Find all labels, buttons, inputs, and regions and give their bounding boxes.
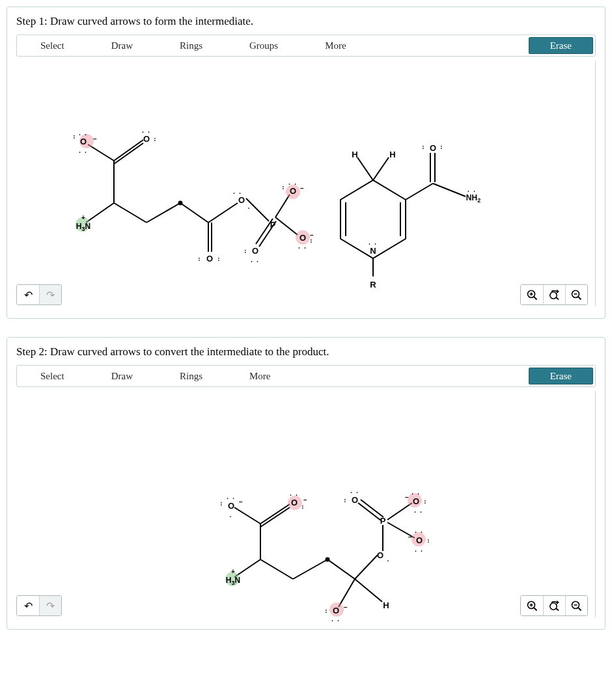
- atom-h3n-charge: +: [81, 214, 85, 221]
- atom-o5-charge: −: [408, 533, 412, 541]
- redo-icon: ↷: [46, 600, 55, 612]
- molecule-drawing-2: [16, 387, 602, 621]
- atom-o2: O: [143, 134, 150, 144]
- svg-line-2: [114, 143, 143, 164]
- step1-toolbar: Select Draw Rings Groups More Erase: [16, 34, 596, 57]
- tab-select[interactable]: Select: [17, 366, 88, 386]
- svg-line-24: [433, 183, 466, 196]
- atom-p: P: [270, 220, 276, 230]
- atom-o7-charge: −: [344, 604, 348, 611]
- atom-o6: O: [252, 246, 258, 256]
- atom-o3: O: [206, 254, 213, 263]
- history-controls: ↶ ↷: [16, 284, 62, 305]
- svg-line-58: [556, 608, 559, 611]
- atom-nh2: NH2: [466, 193, 480, 204]
- atom-o4-charge: −: [405, 494, 409, 501]
- svg-line-15: [275, 195, 290, 217]
- atom-o1: O: [80, 137, 87, 146]
- zoom-in-button[interactable]: [521, 596, 543, 615]
- atom-h3n-charge: +: [231, 568, 235, 575]
- atom-h1: H: [352, 150, 357, 159]
- undo-button[interactable]: ↶: [17, 596, 39, 615]
- atom-o3: O: [352, 495, 358, 505]
- atom-o1-charge: −: [93, 135, 97, 142]
- step2-toolbar: Select Draw Rings More Erase: [16, 365, 596, 387]
- history-controls-2: ↶ ↷: [16, 595, 62, 616]
- tab-more[interactable]: More: [301, 35, 370, 56]
- atom-h: H: [383, 600, 389, 610]
- svg-line-49: [361, 500, 383, 517]
- svg-point-25: [178, 201, 183, 206]
- zoom-in-button[interactable]: [521, 285, 543, 304]
- zoom-reset-button[interactable]: [543, 285, 565, 304]
- step1-panel: Step 1: Draw curved arrows to form the i…: [7, 7, 605, 319]
- tab-select[interactable]: Select: [17, 35, 88, 56]
- zoom-controls-2: [520, 595, 588, 616]
- svg-marker-32: [557, 289, 559, 293]
- zoom-out-button[interactable]: [565, 596, 587, 615]
- atom-o5-charge: −: [300, 185, 304, 192]
- zoom-in-icon: [527, 289, 538, 301]
- redo-button: ↷: [39, 596, 61, 615]
- erase-button[interactable]: Erase: [529, 37, 593, 54]
- svg-line-4: [86, 203, 114, 222]
- svg-line-34: [578, 297, 581, 300]
- molecule-drawing-1: [16, 57, 602, 310]
- svg-line-7: [180, 203, 208, 222]
- atom-o5: O: [416, 535, 423, 545]
- svg-line-42: [293, 559, 327, 579]
- tab-rings[interactable]: Rings: [156, 35, 226, 56]
- erase-button[interactable]: Erase: [529, 368, 593, 384]
- svg-line-50: [387, 503, 412, 520]
- undo-icon: ↶: [24, 600, 33, 612]
- atom-o1-charge: −: [239, 498, 243, 505]
- svg-line-48: [358, 503, 381, 520]
- atom-o5: O: [290, 186, 296, 196]
- tab-groups[interactable]: Groups: [226, 35, 301, 56]
- svg-line-61: [578, 608, 581, 611]
- svg-line-46: [355, 555, 378, 579]
- undo-button[interactable]: ↶: [17, 285, 39, 304]
- tab-draw[interactable]: Draw: [88, 35, 156, 56]
- tab-draw[interactable]: Draw: [88, 366, 156, 386]
- svg-line-5: [114, 203, 146, 222]
- svg-line-27: [534, 297, 537, 300]
- step2-canvas[interactable]: O − : . . . O − . . : H3N + O . . : P O …: [16, 387, 596, 621]
- redo-icon: ↷: [46, 289, 55, 301]
- svg-line-31: [556, 297, 559, 300]
- svg-line-45: [355, 579, 382, 602]
- zoom-out-icon: [571, 600, 582, 612]
- zoom-reset-icon: [549, 600, 561, 612]
- atom-n: N: [370, 246, 376, 256]
- zoom-in-icon: [527, 600, 538, 612]
- atom-h2: H: [389, 150, 395, 159]
- tab-more[interactable]: More: [226, 366, 294, 386]
- atom-o7: O: [299, 233, 306, 243]
- undo-icon: ↶: [24, 289, 33, 301]
- svg-line-14: [275, 217, 298, 235]
- step2-panel: Step 2: Draw curved arrows to convert th…: [7, 337, 605, 630]
- atom-p: P: [380, 516, 386, 526]
- svg-line-10: [208, 203, 238, 222]
- atom-h3n: H3N: [226, 576, 240, 586]
- atom-o6: O: [377, 550, 383, 560]
- svg-line-38: [260, 507, 290, 527]
- redo-button: ↷: [39, 285, 61, 304]
- atom-o8: O: [430, 143, 436, 153]
- svg-marker-59: [557, 600, 559, 604]
- atom-o4: O: [413, 496, 419, 506]
- zoom-reset-button[interactable]: [543, 596, 565, 615]
- step1-canvas[interactable]: O − : . . . . O . . : H3N + O : : O . . …: [16, 57, 596, 310]
- tab-rings[interactable]: Rings: [156, 366, 226, 386]
- svg-line-0: [88, 144, 114, 161]
- atom-r: R: [370, 280, 376, 289]
- svg-line-36: [234, 507, 260, 524]
- step1-title: Step 1: Draw curved arrows to form the i…: [16, 15, 596, 28]
- svg-line-6: [146, 203, 180, 222]
- svg-line-19: [357, 157, 373, 180]
- zoom-out-button[interactable]: [565, 285, 587, 304]
- svg-line-11: [246, 198, 269, 221]
- svg-line-21: [406, 183, 433, 200]
- svg-line-41: [260, 559, 293, 579]
- atom-o1: O: [228, 501, 234, 511]
